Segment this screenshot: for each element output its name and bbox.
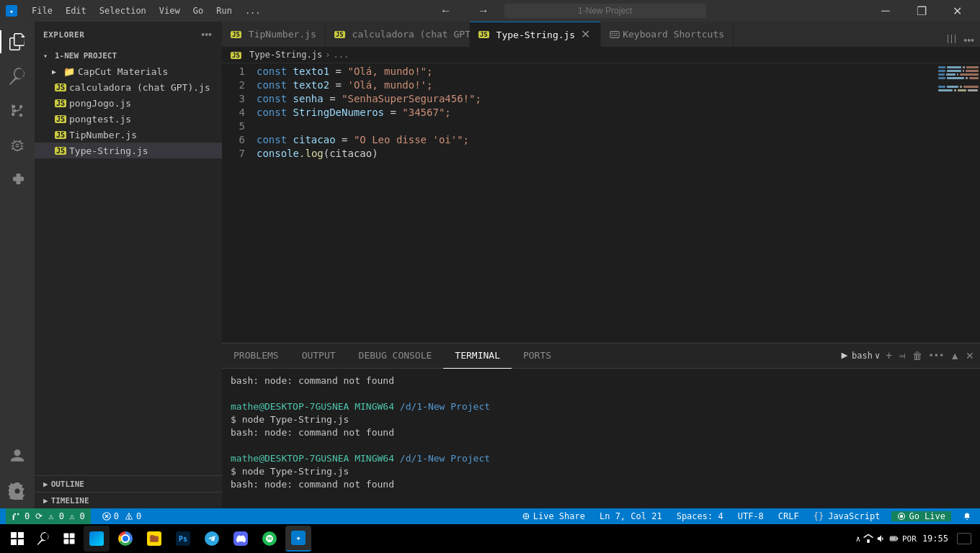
menu-selection[interactable]: Selection [94,4,152,17]
tray-up-arrow[interactable]: ∧ [855,534,860,544]
system-tray: ∧ POR [855,534,917,544]
terminal-content[interactable]: bash: node: command not found mathe@DESK… [222,369,980,508]
file-label: calculadora (chat GPT).js [69,82,210,93]
file-pongjogo[interactable]: JS pongJogo.js [35,95,222,111]
svg-rect-18 [70,534,75,539]
svg-rect-0 [610,31,619,37]
menu-more[interactable]: ... [239,4,267,17]
taskbar-discord[interactable] [228,526,254,552]
task-view-button[interactable] [58,527,81,550]
close-button[interactable]: ✕ [941,0,974,22]
taskbar-telegram[interactable] [199,526,225,552]
search-input[interactable] [504,4,706,18]
tray-sound-icon[interactable] [876,534,886,544]
tray-language[interactable]: POR [902,534,917,544]
svg-rect-23 [891,537,896,541]
forward-button[interactable]: → [467,0,500,22]
tab-close-button[interactable]: ✕ [579,29,592,40]
js-badge: JS [55,115,66,123]
file-calculadora[interactable]: JS calculadora (chat GPT).js [35,79,222,95]
code-line-1: const texto1 = "Olá, mundo!"; [257,65,937,78]
taskbar-spotify[interactable] [257,526,282,552]
editor-area: JS TipNumber.js JS calculadora (chat GPT… [222,22,980,508]
tray-network-icon[interactable] [863,534,873,544]
svg-rect-14 [18,532,24,538]
taskbar-photoshop[interactable]: Ps [170,526,196,552]
terminal-tab-problems[interactable]: PROBLEMS [222,343,290,369]
encoding-status[interactable]: UTF-8 [735,511,767,521]
activity-settings[interactable] [0,474,35,508]
taskbar-explorer[interactable] [141,526,167,552]
terminal-tab-ports[interactable]: PORTS [512,343,563,369]
spaces-status[interactable]: Spaces: 4 [674,511,726,521]
activity-account[interactable] [0,439,35,474]
terminal-tab-terminal[interactable]: TERMINAL [443,343,512,369]
tab-calculadora[interactable]: JS calculadora (chat GPT).js [326,22,470,47]
file-typestring[interactable]: JS Type-String.js [35,143,222,158]
errors-status[interactable]: 0 0 [99,511,144,521]
activity-search[interactable] [0,59,35,94]
menu-run[interactable]: Run [210,4,238,17]
clock-time: 19:55 [922,534,948,544]
code-line-7: console.log(citacao) [257,147,937,161]
sidebar-more-button[interactable]: ••• [200,27,213,42]
editor-content[interactable]: 1234567 const texto1 = "Olá, mundo!"; co… [222,63,980,343]
terminal-tab-debug[interactable]: DEBUG CONSOLE [347,343,444,369]
taskbar-vscode[interactable]: ✦ [285,526,311,552]
file-tipnumber[interactable]: JS TipNumber.js [35,127,222,143]
tab-typestring[interactable]: JS Type-String.js ✕ [470,22,601,47]
file-pongtest[interactable]: JS pongtest.js [35,111,222,127]
shell-dropdown: ∨ [875,351,880,361]
split-editor-button[interactable] [946,33,958,47]
show-desktop-button[interactable] [954,529,974,549]
code-line-4: const StringDeNumeros = "34567"; [257,106,937,120]
outline-label: OUTLINE [51,480,84,489]
notifications-status[interactable] [960,512,974,521]
maximize-panel-button[interactable]: ▲ [950,350,960,361]
terminal-more[interactable]: ••• [928,351,944,361]
activity-debug[interactable] [0,128,35,163]
taskbar-chrome[interactable] [112,526,138,552]
tray-battery-icon[interactable] [889,534,899,544]
project-root[interactable]: ▾ 1-NEW PROJECT [35,48,222,63]
outline-header[interactable]: ▶ OUTLINE [35,476,222,492]
language-status[interactable]: {} JavaScript [811,511,883,521]
activity-source-control[interactable] [0,94,35,128]
clock[interactable]: 19:55 [922,534,948,544]
activity-explorer[interactable] [0,24,35,59]
minimize-button[interactable]: ─ [869,0,902,22]
minimap-content [937,63,980,94]
position-status[interactable]: Ln 7, Col 21 [597,511,665,521]
taskbar-edge[interactable] [84,526,110,552]
live-share-status[interactable]: Live Share [519,511,588,521]
code-area[interactable]: const texto1 = "Olá, mundo!"; const text… [251,63,937,343]
line-ending-status[interactable]: CRLF [775,511,802,521]
terminal-tab-output[interactable]: OUTPUT [290,343,347,369]
tab-tipnumber[interactable]: JS TipNumber.js [222,22,326,47]
taskbar-left: Ps ✦ [6,526,311,552]
svg-rect-6 [616,35,618,35]
maximize-button[interactable]: ❐ [905,0,938,22]
start-button[interactable] [6,527,29,550]
errors-count: 0 [114,511,119,521]
main-area: EXPLORER ••• ▾ 1-NEW PROJECT ▶ 📁 CapCut … [0,22,980,508]
more-actions-button[interactable]: ••• [963,35,974,46]
source-control-status[interactable]: 0 ⟳ ⚠ 0 ⚠ 0 [6,508,91,524]
close-panel-button[interactable]: ✕ [966,350,974,361]
menu-edit[interactable]: Edit [60,4,92,17]
menu-file[interactable]: File [26,4,58,17]
split-terminal-button[interactable]: ⫤ [898,351,906,361]
go-live-status[interactable]: Go Live [891,511,951,521]
titlebar-menu: File Edit Selection View Go Run ... [26,4,267,17]
activity-extensions[interactable] [0,163,35,197]
timeline-header[interactable]: ▶ TIMELINE [35,493,222,508]
back-button[interactable]: ← [429,0,463,22]
terminal-shell-info[interactable]: bash ∨ [839,351,880,361]
tab-keyboard-shortcuts[interactable]: Keyboard Shortcuts [601,22,734,47]
taskbar-search[interactable] [32,527,55,550]
capcut-folder[interactable]: ▶ 📁 CapCut Materials [35,63,222,79]
add-terminal-button[interactable]: + [886,349,892,362]
menu-view[interactable]: View [153,4,186,17]
menu-go[interactable]: Go [187,4,209,17]
terminal-trash-button[interactable]: 🗑 [912,350,922,361]
